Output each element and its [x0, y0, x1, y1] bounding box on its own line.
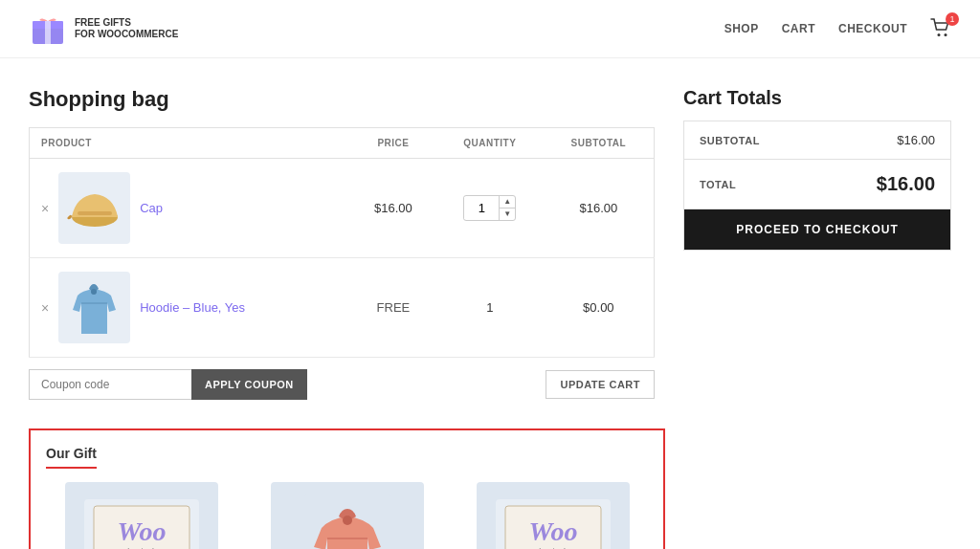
svg-rect-2	[45, 21, 51, 44]
gift-items-container: Woo the single Single Add Gift	[46, 482, 648, 549]
remove-item-hoodie[interactable]: ×	[41, 300, 49, 316]
logo-icon	[29, 10, 67, 48]
left-column: Shopping bag Product Price Quantity Subt…	[29, 87, 655, 400]
remove-item-cap[interactable]: ×	[41, 201, 49, 216]
svg-text:the single: the single	[124, 546, 158, 550]
svg-point-3	[938, 33, 941, 36]
gift-item-single-2: Woo the single Single − + Add Gift	[457, 482, 648, 549]
nav-checkout[interactable]: Checkout	[838, 22, 907, 35]
total-label: Total	[700, 179, 736, 190]
product-price-hoodie: FREE	[350, 258, 436, 358]
coupon-row: Apply Coupon Update Cart	[29, 369, 655, 400]
subtotal-label: Subtotal	[700, 135, 760, 146]
col-price: Price	[350, 128, 436, 159]
table-row: × Hoodie – Blue, Yes	[30, 258, 655, 358]
apply-coupon-button[interactable]: Apply Coupon	[191, 369, 307, 400]
qty-up-cap[interactable]: ▲	[500, 196, 515, 209]
gift-image-single-2: Woo the single	[477, 482, 630, 549]
svg-point-4	[945, 33, 947, 36]
site-header: FREE GIFTS FOR WOOCOMMERCE Shop Cart Che…	[0, 0, 980, 58]
product-image-hoodie	[58, 272, 130, 343]
svg-text:Woo: Woo	[528, 516, 577, 546]
nav-shop[interactable]: Shop	[724, 22, 759, 35]
gift-item-single-1: Woo the single Single Add Gift	[46, 482, 236, 549]
gift-item-hoodie: Hoodie Select Gift	[252, 482, 442, 549]
product-qty-cap: ▲ ▼	[436, 159, 544, 258]
logo-text: FREE GIFTS FOR WOOCOMMERCE	[75, 17, 178, 40]
svg-rect-6	[78, 211, 112, 215]
nav-cart[interactable]: Cart	[782, 22, 815, 35]
hoodie-svg	[68, 276, 121, 339]
logo: FREE GIFTS FOR WOOCOMMERCE	[29, 10, 178, 48]
col-quantity: Quantity	[436, 128, 544, 159]
col-subtotal: Subtotal	[544, 128, 655, 159]
cart-table: Product Price Quantity Subtotal ×	[29, 127, 655, 358]
total-value: $16.00	[877, 173, 935, 195]
product-subtotal-cap: $16.00	[544, 159, 655, 258]
woo-stamp-svg-2: Woo the single	[491, 494, 615, 550]
gift-section: Our Gift Woo the single Single Add Gift	[29, 428, 665, 549]
woo-stamp-svg-1: Woo the single	[79, 494, 204, 550]
right-column: Cart Totals Subtotal $16.00 Total $16.00…	[683, 87, 951, 400]
col-product: Product	[30, 128, 350, 159]
subtotal-row: Subtotal $16.00	[684, 121, 950, 160]
gift-image-hoodie	[271, 482, 424, 549]
qty-input-cap[interactable]	[464, 197, 499, 219]
cap-svg	[66, 187, 123, 230]
main-nav: Shop Cart Checkout 1	[724, 18, 951, 40]
product-name-cap[interactable]: Cap	[140, 201, 163, 215]
cart-totals-box: Subtotal $16.00 Total $16.00 Proceed to …	[683, 121, 951, 251]
gift-image-single-1: Woo the single	[65, 482, 218, 549]
svg-point-7	[91, 289, 97, 295]
qty-down-cap[interactable]: ▼	[500, 209, 515, 220]
gift-section-title: Our Gift	[46, 446, 97, 469]
cart-totals-title: Cart Totals	[683, 87, 951, 109]
svg-point-14	[343, 516, 352, 525]
update-cart-button[interactable]: Update Cart	[546, 370, 655, 399]
subtotal-value: $16.00	[897, 133, 935, 147]
checkout-button[interactable]: Proceed to Checkout	[684, 209, 950, 250]
product-qty-hoodie: 1	[436, 258, 544, 358]
product-subtotal-hoodie: $0.00	[544, 258, 655, 358]
hoodie-gift-svg	[304, 494, 390, 550]
svg-text:the single: the single	[536, 546, 569, 550]
total-row: Total $16.00	[684, 160, 950, 209]
svg-text:Woo: Woo	[117, 516, 166, 546]
main-content: Shopping bag Product Price Quantity Subt…	[0, 58, 980, 419]
coupon-left: Apply Coupon	[29, 369, 307, 400]
table-row: × Cap	[30, 159, 655, 258]
cart-count: 1	[946, 12, 959, 26]
coupon-input[interactable]	[29, 369, 191, 400]
cart-icon-wrap[interactable]: 1	[930, 18, 951, 40]
product-name-hoodie[interactable]: Hoodie – Blue, Yes	[140, 300, 245, 315]
product-image-cap	[58, 172, 130, 244]
page-title: Shopping bag	[29, 87, 655, 112]
product-price-cap: $16.00	[350, 159, 436, 258]
